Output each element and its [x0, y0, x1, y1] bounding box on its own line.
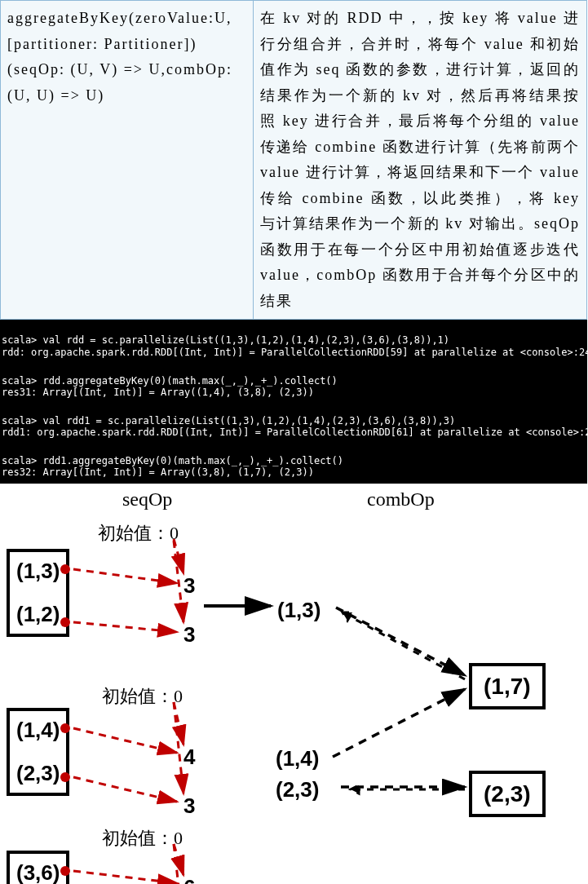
term-line-3: scala> rdd.aggregateByKey(0)(math.max(_,… — [2, 375, 338, 387]
svg-line-6 — [73, 777, 177, 802]
svg-marker-25 — [351, 785, 359, 793]
arrows-svg — [0, 484, 587, 884]
svg-line-4 — [73, 728, 177, 753]
svg-point-12 — [60, 564, 70, 574]
description-cell: 在 kv 对的 RDD 中，，按 key 将 value 进行分组合并，合并时，… — [254, 1, 586, 319]
terminal-output: scala> val rdd = sc.parallelize(List((1,… — [0, 320, 587, 484]
svg-line-28 — [343, 612, 465, 679]
svg-point-16 — [60, 866, 70, 876]
signature-text: aggregateByKey(zeroValue:U,[partitioner:… — [7, 10, 232, 104]
svg-point-15 — [60, 772, 70, 782]
signature-cell: aggregateByKey(zeroValue:U,[partitioner:… — [1, 1, 254, 319]
svg-point-13 — [60, 617, 70, 627]
term-line-6: rdd1: org.apache.spark.rdd.RDD[(Int, Int… — [2, 427, 587, 438]
term-line-4: res31: Array[(Int, Int)] = Array((1,4), … — [2, 387, 314, 398]
svg-line-7 — [174, 702, 183, 793]
term-line-5: scala> val rdd1 = sc.parallelize(List((1… — [2, 415, 455, 427]
svg-point-14 — [60, 723, 70, 733]
svg-line-0 — [73, 569, 177, 583]
definition-table: aggregateByKey(zeroValue:U,[partitioner:… — [0, 0, 587, 320]
term-line-1: scala> val rdd = sc.parallelize(List((1,… — [2, 334, 449, 346]
svg-marker-29 — [343, 612, 352, 621]
term-line-7: scala> rdd1.aggregateByKey(0)(math.max(_… — [2, 455, 343, 466]
term-line-2: rdd: org.apache.spark.rdd.RDD[(Int, Int)… — [2, 347, 587, 358]
description-text: 在 kv 对的 RDD 中，，按 key 将 value 进行分组合并，合并时，… — [260, 10, 580, 309]
svg-line-21 — [333, 689, 465, 757]
svg-line-2 — [73, 622, 177, 632]
svg-line-11 — [174, 844, 183, 884]
aggregate-diagram: seqOp combOp 初始值：0 初始值：0 初始值：0 (1,3) (1,… — [0, 484, 587, 884]
svg-line-20 — [336, 608, 465, 675]
term-line-8: res32: Array[(Int, Int)] = Array((3,8), … — [2, 466, 314, 478]
svg-line-8 — [73, 871, 177, 883]
